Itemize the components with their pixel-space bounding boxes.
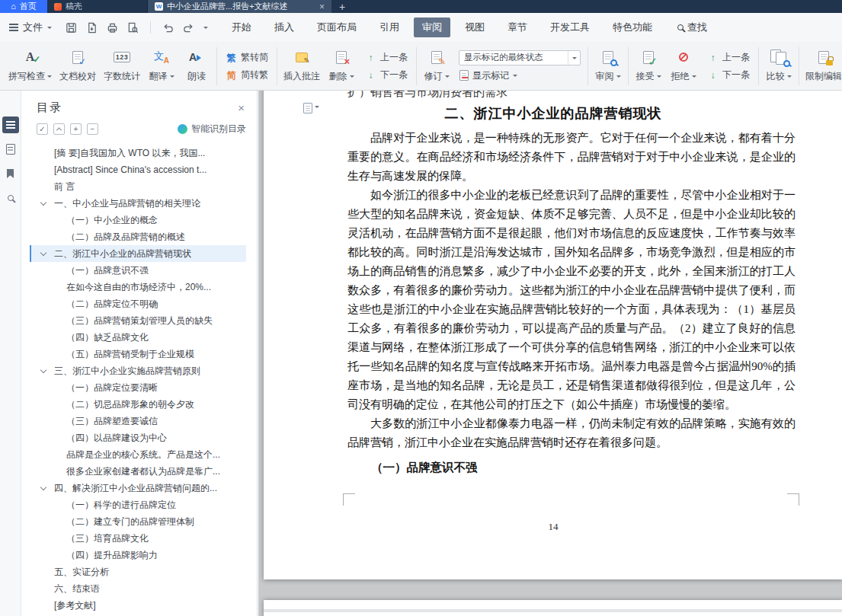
menu-tab-页面布局[interactable]: 页面布局 [309, 18, 365, 37]
tab-document[interactable]: W 中小企业品牌营...报告+文献综述 × [148, 0, 331, 13]
next-page-top[interactable] [264, 600, 842, 616]
collapse-arrow-icon[interactable] [40, 199, 46, 206]
print-preview-button[interactable] [127, 22, 139, 34]
prev-change-button[interactable]: ↑ 上一条 [704, 50, 753, 65]
document-canvas[interactable]: 扩）销售者与市场消费者的需求 二、浙江中小企业的品牌营销现状 品牌对于企业来说，… [258, 91, 842, 616]
bookmark-pane-button[interactable] [2, 165, 19, 182]
toc-item[interactable]: （一）中小企业的概念 [30, 212, 246, 228]
compare-button[interactable]: 比较 [761, 45, 796, 88]
next-change-button[interactable]: ↓ 下一条 [704, 68, 753, 82]
toc-item-label: （四）缺乏品牌文化 [66, 332, 149, 343]
toc-item[interactable]: （四）以品牌建设为中心 [30, 429, 246, 446]
simp-to-trad-button[interactable]: 简 简转繁 [223, 68, 271, 82]
select-toggle-button[interactable]: ✓ [37, 123, 48, 135]
reject-button[interactable]: 拒绝 [666, 45, 701, 88]
undo-button[interactable] [162, 22, 174, 34]
toc-item[interactable]: 五、实证分析 [30, 563, 246, 580]
toc-item[interactable]: （二）建立专门的品牌管理体制 [30, 513, 246, 530]
menu-tab-审阅[interactable]: 审阅 [414, 18, 450, 37]
search-icon [8, 195, 14, 201]
toc-item[interactable]: 一、中小企业与品牌营销的相关理论 [30, 195, 246, 212]
toc-item[interactable]: （二）切忌品牌形象的朝令夕改 [30, 396, 246, 413]
thumbnail-pane-button[interactable] [2, 141, 19, 158]
menu-tab-引用[interactable]: 引用 [371, 18, 408, 37]
document-page[interactable]: 扩）销售者与市场消费者的需求 二、浙江中小企业的品牌营销现状 品牌对于企业来说，… [264, 91, 842, 579]
toc-item[interactable]: （四）提升品牌影响力 [30, 547, 246, 563]
toc-item[interactable]: （二）品牌定位不明确 [30, 295, 246, 312]
toc-item[interactable]: 品牌是企业的核心系统。产品是这个... [30, 446, 246, 463]
close-icon[interactable]: × [238, 102, 245, 113]
menu-tab-视图[interactable]: 视图 [456, 18, 493, 37]
review-button[interactable]: 审阅 [591, 45, 626, 88]
save-button[interactable] [66, 22, 77, 34]
read-aloud-button[interactable]: A 朗读 [179, 45, 214, 88]
track-changes-button[interactable]: ✎ 修订 [419, 45, 454, 88]
collapse-arrow-icon[interactable] [40, 367, 46, 373]
track-changes-label: 修订 [424, 70, 443, 83]
find-button[interactable]: 查找 [677, 21, 707, 34]
toc-item-label: 六、结束语 [54, 583, 100, 594]
menu-tab-开发工具[interactable]: 开发工具 [542, 18, 598, 37]
doc-proof-button[interactable]: ✓ 文档校对 [56, 45, 100, 88]
expand-level-button[interactable]: + [70, 123, 82, 135]
prev-comment-button[interactable]: ↑ 上一条 [362, 50, 411, 65]
next-comment-button[interactable]: ↓ 下一条 [362, 68, 411, 82]
outline-pane-button[interactable] [2, 116, 19, 133]
collapse-arrow-icon[interactable] [40, 484, 46, 490]
trad-to-simp-button[interactable]: 繁 繁转简 [223, 50, 271, 65]
toc-item[interactable]: （四）缺乏品牌文化 [30, 329, 246, 346]
toc-item[interactable]: 四、解决浙江中小企业品牌营销问题的... [30, 480, 246, 496]
toc-item[interactable]: （一）科学的进行品牌定位 [30, 496, 246, 513]
file-menu-button[interactable]: 文件 [0, 21, 59, 34]
tab-home[interactable]: ⌂ 首页 [0, 0, 47, 13]
collapse-arrow-icon[interactable] [40, 250, 46, 256]
menu-tab-开始[interactable]: 开始 [223, 18, 260, 37]
menu-tab-插入[interactable]: 插入 [266, 18, 303, 37]
export-pdf-button[interactable] [86, 22, 98, 34]
toc-item[interactable]: （三）品牌塑造要诚信 [30, 413, 246, 429]
collapse-all-button[interactable] [53, 123, 65, 135]
quick-access-toolbar [66, 21, 208, 34]
smart-toc-button[interactable]: 智能识别目录 [178, 123, 246, 136]
toc-item[interactable]: 在如今这自由的市场经济中，20%... [30, 279, 246, 295]
toc-item[interactable]: （三）品牌营销策划管理人员的缺失 [30, 312, 246, 329]
tab-promo[interactable]: 稿壳 [47, 0, 148, 13]
toc-item[interactable]: （三）培育品牌文化 [30, 530, 246, 547]
redo-dropdown-icon[interactable] [203, 27, 208, 31]
toc-item[interactable]: （一）品牌定位要清晰 [30, 379, 246, 396]
toc-item[interactable]: （二）品牌及品牌营销的概述 [30, 228, 246, 245]
toc-item-label: （一）科学的进行品牌定位 [66, 500, 176, 510]
show-markup-button[interactable]: 显示标记 [459, 69, 581, 83]
tab-close-icon[interactable]: × [319, 2, 325, 11]
toc-item[interactable]: 很多企业家创建者都认为品牌是靠广... [30, 463, 246, 480]
redo-button[interactable] [183, 22, 194, 34]
toc-item[interactable]: [Abstract] Since China's accession t... [30, 161, 246, 178]
restrict-editing-button[interactable]: 限制编辑 [802, 45, 842, 88]
toc-item[interactable]: 三、浙江中小企业实施品牌营销原则 [30, 362, 246, 379]
accept-button[interactable]: ✓ 接受 [631, 45, 666, 88]
print-button[interactable] [107, 22, 118, 34]
menu-tab-章节[interactable]: 章节 [499, 18, 536, 37]
toc-item[interactable]: 六、结束语 [30, 580, 246, 597]
word-count-button[interactable]: 123 字数统计 [100, 45, 144, 88]
toc-item[interactable]: 前 言 [30, 178, 246, 195]
ribbon-divider [758, 47, 759, 85]
combo-dropdown[interactable] [568, 51, 580, 65]
toc-item[interactable]: （一）品牌意识不强 [30, 262, 246, 279]
search-pane-button[interactable] [2, 190, 19, 206]
spell-check-button[interactable]: A✓ 拼写检查 [5, 45, 56, 88]
toc-item-label: 很多企业家创建者都认为品牌是靠广... [66, 466, 220, 477]
toc-item[interactable]: [摘 要]自我国加入 WTO 以来，我国... [30, 145, 246, 161]
menu-tab-特色功能[interactable]: 特色功能 [604, 18, 661, 37]
toc-item[interactable]: 二、浙江中小企业的品牌营销现状 [30, 245, 246, 262]
translate-button[interactable]: 文A 翻译 [144, 45, 179, 88]
toc-item[interactable]: （五）品牌营销受制于企业规模 [30, 346, 246, 362]
markup-state-select[interactable]: 显示标记的最终状态 [459, 50, 581, 65]
collapse-level-button[interactable]: − [87, 123, 98, 135]
new-tab-button[interactable]: + [331, 0, 353, 13]
tab-document-title: 中小企业品牌营...报告+文献综述 [167, 1, 312, 12]
up-arrow-icon: ↑ [365, 52, 376, 63]
insert-comment-button[interactable]: 插入批注 [280, 45, 324, 88]
delete-comment-button[interactable]: × 删除 [324, 45, 359, 88]
toc-item[interactable]: [参考文献] [30, 597, 246, 614]
